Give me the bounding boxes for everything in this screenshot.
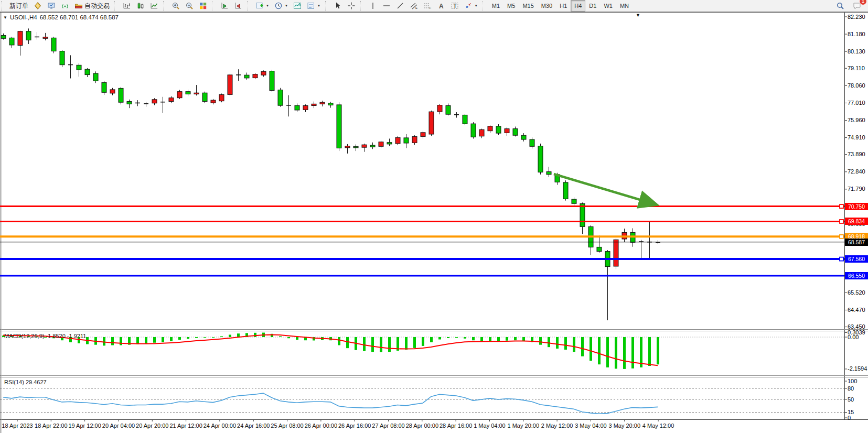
zoom-out-button[interactable] — [183, 0, 196, 12]
search-button[interactable] — [833, 0, 847, 12]
time-axis-label[interactable]: 26 Apr 00:00 — [305, 423, 337, 429]
time-axis-label[interactable]: 3 May 04:00 — [575, 423, 607, 429]
timeframe-button-h4[interactable]: H4 — [571, 0, 585, 12]
rsi-axis-label[interactable]: 50 — [848, 396, 868, 403]
timeframe-button-m1[interactable]: M1 — [488, 0, 503, 12]
candlestick-chart-button[interactable] — [134, 0, 147, 12]
chart-shift-button[interactable] — [291, 0, 304, 12]
timeframe-button-m15[interactable]: M15 — [519, 0, 537, 12]
macd-axis-label[interactable]: -2.1594 — [848, 365, 868, 372]
trendline-button[interactable] — [393, 0, 407, 12]
price-axis-label[interactable]: 65.520 — [848, 289, 868, 296]
timeframe-button-w1[interactable]: W1 — [600, 0, 616, 12]
time-axis-label[interactable]: 28 Apr 16:00 — [440, 423, 472, 429]
timeframe-button-d1[interactable]: D1 — [585, 0, 600, 12]
zoom-in-button[interactable] — [169, 0, 183, 12]
price-axis-label[interactable]: 73.890 — [848, 151, 868, 157]
periods-button[interactable]: ▼ — [272, 0, 291, 12]
templates-button[interactable]: ▼ — [304, 0, 323, 12]
hline-handle[interactable] — [840, 220, 843, 223]
dropdown-caret-icon[interactable]: ▼ — [475, 4, 478, 7]
price-axis-label[interactable]: 74.910 — [848, 134, 868, 140]
time-axis-label[interactable]: 3 May 20:00 — [608, 423, 640, 429]
time-axis-label[interactable]: 20 Apr 04:00 — [102, 423, 135, 429]
svg-text:T: T — [453, 3, 457, 9]
price-axis-label[interactable]: 75.960 — [848, 117, 868, 123]
time-axis-label[interactable]: 1 May 04:00 — [474, 423, 506, 429]
add-indicator-button[interactable]: ▼ — [253, 0, 272, 12]
tile-windows-button[interactable] — [196, 0, 210, 12]
hline-handle[interactable] — [840, 204, 843, 208]
toolbar-separator — [163, 1, 167, 10]
time-axis-label[interactable]: 26 Apr 16:00 — [338, 423, 371, 429]
time-axis-label[interactable]: 20 Apr 20:00 — [136, 423, 168, 429]
text-label-button[interactable]: T — [448, 0, 462, 12]
time-axis-label[interactable]: 24 Apr 16:00 — [237, 423, 270, 429]
price-axis-label[interactable]: 79.110 — [848, 65, 868, 71]
crosshair-button[interactable] — [345, 0, 358, 12]
time-axis-label[interactable]: 19 Apr 12:00 — [68, 423, 101, 429]
timeframe-button-mn[interactable]: MN — [616, 0, 633, 12]
dropdown-caret-icon[interactable]: ▼ — [317, 4, 320, 7]
price-chart-canvas[interactable] — [0, 12, 868, 433]
hline-handle[interactable] — [840, 235, 843, 239]
timeframe-button-h1[interactable]: H1 — [556, 0, 571, 12]
textA-icon: A — [437, 2, 445, 10]
navigator-button[interactable] — [231, 0, 245, 12]
rsi-axis-label[interactable]: 80 — [848, 385, 868, 392]
time-axis-label[interactable]: 2 May 12:00 — [541, 423, 573, 429]
arrows-button[interactable]: ▼ — [462, 0, 480, 12]
price-axis-label[interactable]: 82.230 — [848, 14, 868, 20]
chart-window[interactable]: ▼ USOil-,H4 68.552 68.701 68.474 68.587 … — [0, 12, 868, 433]
candle — [236, 74, 241, 75]
time-axis-label[interactable]: 18 Apr 22:00 — [35, 423, 67, 429]
rsi-axis-label[interactable]: 100 — [848, 378, 868, 384]
price-axis-label[interactable]: 77.010 — [848, 100, 868, 106]
indwin2-icon — [234, 2, 242, 10]
cursor-button[interactable] — [331, 0, 345, 12]
time-axis-label[interactable]: 21 Apr 12:00 — [169, 423, 202, 429]
dropdown-caret-icon[interactable]: ▼ — [285, 4, 288, 7]
arrows-icon — [464, 2, 473, 10]
time-axis-label[interactable]: 4 May 12:00 — [642, 423, 674, 429]
dropdown-caret-icon[interactable]: ▼ — [266, 4, 269, 7]
price-axis-label[interactable]: 72.840 — [848, 168, 868, 175]
vertical-line-button[interactable] — [366, 0, 380, 12]
line-chart-button[interactable] — [147, 0, 161, 12]
chart-seal-button[interactable] — [31, 0, 45, 12]
trend-arrow-annotation[interactable] — [554, 174, 654, 204]
time-axis-label[interactable]: 24 Apr 00:00 — [203, 423, 236, 429]
channel-button[interactable]: E — [407, 0, 421, 12]
candle — [177, 92, 182, 98]
notifications-button[interactable]: 1 — [850, 0, 864, 12]
timeframe-button-m30[interactable]: M30 — [538, 0, 556, 12]
price-axis-label[interactable]: 81.180 — [848, 31, 868, 37]
text-button[interactable]: A — [434, 0, 448, 12]
fibonacci-button[interactable]: F — [421, 0, 434, 12]
crosshair-icon — [347, 2, 356, 10]
auto-scroll-marker-icon[interactable]: ▼ — [636, 13, 640, 18]
time-axis-label[interactable]: 18 Apr 2023 — [2, 423, 33, 429]
signal-button[interactable] — [58, 0, 72, 12]
time-axis-label[interactable]: 25 Apr 08:00 — [271, 423, 303, 429]
price-axis-label[interactable]: 64.470 — [848, 307, 868, 313]
hline-handle[interactable] — [840, 257, 843, 261]
timeframe-button-m5[interactable]: M5 — [503, 0, 519, 12]
candle — [479, 129, 484, 136]
auto-trading-button[interactable]: 自动交易 — [72, 0, 112, 12]
bar-chart-button[interactable] — [120, 0, 134, 12]
candle — [253, 74, 258, 78]
macd-axis-label[interactable]: 0.00 — [848, 334, 868, 340]
data-window-button[interactable] — [218, 0, 231, 12]
new-order-button[interactable]: 新订单 — [7, 0, 31, 12]
time-axis-label[interactable]: 1 May 20:00 — [508, 423, 540, 429]
price-axis-label[interactable]: 78.060 — [848, 82, 868, 89]
horizontal-line-button[interactable] — [380, 0, 393, 12]
time-axis-label[interactable]: 28 Apr 00:00 — [406, 423, 438, 429]
terminal-button[interactable] — [45, 0, 58, 12]
price-axis-label[interactable]: 71.790 — [848, 186, 868, 192]
rsi-axis-label[interactable]: 0 — [848, 415, 868, 421]
price-axis-label[interactable]: 80.130 — [848, 48, 868, 55]
time-axis-label[interactable]: 27 Apr 08:00 — [372, 423, 404, 429]
chart-menu-caret-icon[interactable]: ▼ — [3, 15, 7, 20]
